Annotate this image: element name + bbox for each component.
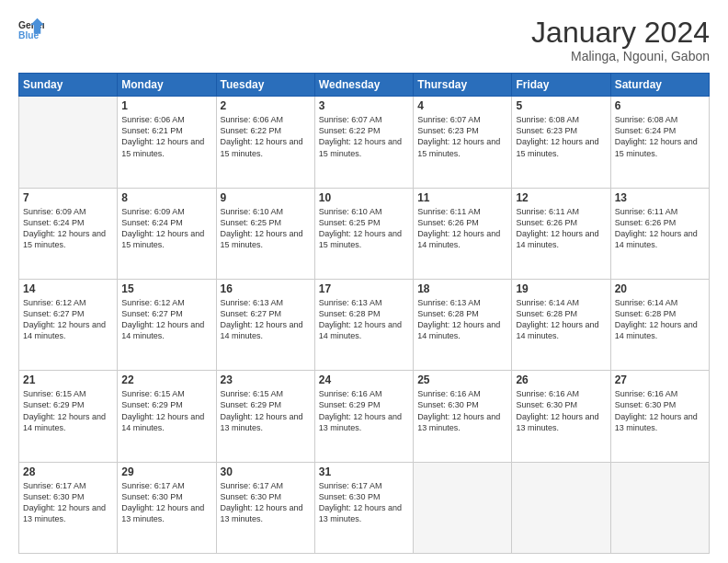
day-info: Sunrise: 6:13 AMSunset: 6:28 PMDaylight:… bbox=[417, 297, 507, 342]
day-info: Sunrise: 6:13 AMSunset: 6:28 PMDaylight:… bbox=[319, 297, 409, 342]
day-info: Sunrise: 6:16 AMSunset: 6:30 PMDaylight:… bbox=[516, 388, 606, 433]
day-number: 17 bbox=[319, 282, 409, 295]
calendar-cell: 23Sunrise: 6:15 AMSunset: 6:29 PMDayligh… bbox=[216, 371, 314, 462]
day-info: Sunrise: 6:07 AMSunset: 6:23 PMDaylight:… bbox=[417, 114, 507, 159]
calendar-cell: 17Sunrise: 6:13 AMSunset: 6:28 PMDayligh… bbox=[314, 279, 413, 370]
day-number: 1 bbox=[121, 99, 211, 112]
day-number: 11 bbox=[417, 191, 507, 204]
calendar-cell bbox=[610, 462, 709, 553]
day-info: Sunrise: 6:16 AMSunset: 6:30 PMDaylight:… bbox=[615, 388, 705, 433]
day-number: 12 bbox=[516, 191, 606, 204]
day-number: 15 bbox=[121, 282, 211, 295]
day-info: Sunrise: 6:07 AMSunset: 6:22 PMDaylight:… bbox=[319, 114, 409, 159]
calendar-cell: 5Sunrise: 6:08 AMSunset: 6:23 PMDaylight… bbox=[512, 97, 610, 188]
calendar-cell: 16Sunrise: 6:13 AMSunset: 6:27 PMDayligh… bbox=[216, 279, 314, 370]
day-info: Sunrise: 6:10 AMSunset: 6:25 PMDaylight:… bbox=[221, 206, 311, 251]
calendar-cell: 25Sunrise: 6:16 AMSunset: 6:30 PMDayligh… bbox=[414, 371, 512, 462]
calendar-cell bbox=[512, 462, 610, 553]
day-number: 7 bbox=[23, 191, 113, 204]
day-number: 30 bbox=[221, 465, 311, 478]
day-number: 9 bbox=[221, 191, 311, 204]
calendar-cell: 27Sunrise: 6:16 AMSunset: 6:30 PMDayligh… bbox=[610, 371, 709, 462]
day-info: Sunrise: 6:12 AMSunset: 6:27 PMDaylight:… bbox=[23, 297, 113, 342]
calendar-cell: 10Sunrise: 6:10 AMSunset: 6:25 PMDayligh… bbox=[314, 188, 413, 279]
calendar-cell: 24Sunrise: 6:16 AMSunset: 6:29 PMDayligh… bbox=[314, 371, 413, 462]
calendar-cell: 31Sunrise: 6:17 AMSunset: 6:30 PMDayligh… bbox=[314, 462, 413, 553]
day-info: Sunrise: 6:11 AMSunset: 6:26 PMDaylight:… bbox=[417, 206, 507, 251]
calendar-cell: 18Sunrise: 6:13 AMSunset: 6:28 PMDayligh… bbox=[414, 279, 512, 370]
day-number: 3 bbox=[319, 99, 409, 112]
day-info: Sunrise: 6:09 AMSunset: 6:24 PMDaylight:… bbox=[23, 206, 113, 251]
day-number: 18 bbox=[417, 282, 507, 295]
calendar-cell: 4Sunrise: 6:07 AMSunset: 6:23 PMDaylight… bbox=[414, 97, 512, 188]
calendar-cell: 13Sunrise: 6:11 AMSunset: 6:26 PMDayligh… bbox=[610, 188, 709, 279]
calendar-cell: 28Sunrise: 6:17 AMSunset: 6:30 PMDayligh… bbox=[19, 462, 118, 553]
weekday-header-wednesday: Wednesday bbox=[314, 74, 413, 97]
calendar-cell: 14Sunrise: 6:12 AMSunset: 6:27 PMDayligh… bbox=[19, 279, 118, 370]
day-info: Sunrise: 6:08 AMSunset: 6:23 PMDaylight:… bbox=[516, 114, 606, 159]
day-number: 6 bbox=[615, 99, 705, 112]
day-number: 26 bbox=[516, 373, 606, 386]
day-info: Sunrise: 6:14 AMSunset: 6:28 PMDaylight:… bbox=[615, 297, 705, 342]
day-info: Sunrise: 6:17 AMSunset: 6:30 PMDaylight:… bbox=[23, 480, 113, 525]
calendar-cell: 6Sunrise: 6:08 AMSunset: 6:24 PMDaylight… bbox=[610, 97, 709, 188]
calendar-cell: 2Sunrise: 6:06 AMSunset: 6:22 PMDaylight… bbox=[216, 97, 314, 188]
day-info: Sunrise: 6:06 AMSunset: 6:22 PMDaylight:… bbox=[221, 114, 311, 159]
day-info: Sunrise: 6:17 AMSunset: 6:30 PMDaylight:… bbox=[221, 480, 311, 525]
day-info: Sunrise: 6:06 AMSunset: 6:21 PMDaylight:… bbox=[121, 114, 211, 159]
calendar-week-row: 1Sunrise: 6:06 AMSunset: 6:21 PMDaylight… bbox=[19, 97, 710, 188]
day-number: 16 bbox=[221, 282, 311, 295]
weekday-header-friday: Friday bbox=[512, 74, 610, 97]
weekday-header-tuesday: Tuesday bbox=[216, 74, 314, 97]
calendar-cell: 9Sunrise: 6:10 AMSunset: 6:25 PMDaylight… bbox=[216, 188, 314, 279]
header: General Blue January 2024 Malinga, Ngoun… bbox=[18, 17, 710, 63]
day-number: 13 bbox=[615, 191, 705, 204]
logo-icon: General Blue bbox=[18, 17, 44, 42]
day-number: 29 bbox=[121, 465, 211, 478]
calendar-cell: 15Sunrise: 6:12 AMSunset: 6:27 PMDayligh… bbox=[118, 279, 216, 370]
weekday-header-saturday: Saturday bbox=[610, 74, 709, 97]
calendar-cell: 29Sunrise: 6:17 AMSunset: 6:30 PMDayligh… bbox=[118, 462, 216, 553]
day-number: 4 bbox=[417, 99, 507, 112]
day-number: 14 bbox=[23, 282, 113, 295]
calendar-table: SundayMondayTuesdayWednesdayThursdayFrid… bbox=[18, 73, 710, 554]
calendar-week-row: 7Sunrise: 6:09 AMSunset: 6:24 PMDaylight… bbox=[19, 188, 710, 279]
calendar-week-row: 28Sunrise: 6:17 AMSunset: 6:30 PMDayligh… bbox=[19, 462, 710, 553]
day-number: 22 bbox=[121, 373, 211, 386]
day-info: Sunrise: 6:11 AMSunset: 6:26 PMDaylight:… bbox=[516, 206, 606, 251]
subtitle: Malinga, Ngouni, Gabon bbox=[531, 49, 710, 63]
page: General Blue January 2024 Malinga, Ngoun… bbox=[0, 0, 728, 563]
calendar-week-row: 14Sunrise: 6:12 AMSunset: 6:27 PMDayligh… bbox=[19, 279, 710, 370]
calendar-cell: 12Sunrise: 6:11 AMSunset: 6:26 PMDayligh… bbox=[512, 188, 610, 279]
day-number: 25 bbox=[417, 373, 507, 386]
logo: General Blue bbox=[18, 17, 44, 42]
day-number: 19 bbox=[516, 282, 606, 295]
day-info: Sunrise: 6:11 AMSunset: 6:26 PMDaylight:… bbox=[615, 206, 705, 251]
day-number: 23 bbox=[221, 373, 311, 386]
calendar-cell: 26Sunrise: 6:16 AMSunset: 6:30 PMDayligh… bbox=[512, 371, 610, 462]
weekday-header-thursday: Thursday bbox=[414, 74, 512, 97]
day-info: Sunrise: 6:10 AMSunset: 6:25 PMDaylight:… bbox=[319, 206, 409, 251]
day-number: 21 bbox=[23, 373, 113, 386]
day-number: 28 bbox=[23, 465, 113, 478]
day-number: 20 bbox=[615, 282, 705, 295]
calendar-cell: 8Sunrise: 6:09 AMSunset: 6:24 PMDaylight… bbox=[118, 188, 216, 279]
day-info: Sunrise: 6:17 AMSunset: 6:30 PMDaylight:… bbox=[121, 480, 211, 525]
weekday-header-sunday: Sunday bbox=[19, 74, 118, 97]
main-title: January 2024 bbox=[531, 17, 710, 49]
day-number: 10 bbox=[319, 191, 409, 204]
day-info: Sunrise: 6:08 AMSunset: 6:24 PMDaylight:… bbox=[615, 114, 705, 159]
day-number: 24 bbox=[319, 373, 409, 386]
day-info: Sunrise: 6:15 AMSunset: 6:29 PMDaylight:… bbox=[23, 388, 113, 433]
calendar-cell: 19Sunrise: 6:14 AMSunset: 6:28 PMDayligh… bbox=[512, 279, 610, 370]
day-number: 27 bbox=[615, 373, 705, 386]
day-number: 8 bbox=[121, 191, 211, 204]
weekday-header-monday: Monday bbox=[118, 74, 216, 97]
day-info: Sunrise: 6:09 AMSunset: 6:24 PMDaylight:… bbox=[121, 206, 211, 251]
weekday-header-row: SundayMondayTuesdayWednesdayThursdayFrid… bbox=[19, 74, 710, 97]
day-number: 5 bbox=[516, 99, 606, 112]
calendar-cell bbox=[414, 462, 512, 553]
day-info: Sunrise: 6:15 AMSunset: 6:29 PMDaylight:… bbox=[121, 388, 211, 433]
day-info: Sunrise: 6:14 AMSunset: 6:28 PMDaylight:… bbox=[516, 297, 606, 342]
day-info: Sunrise: 6:16 AMSunset: 6:29 PMDaylight:… bbox=[319, 388, 409, 433]
